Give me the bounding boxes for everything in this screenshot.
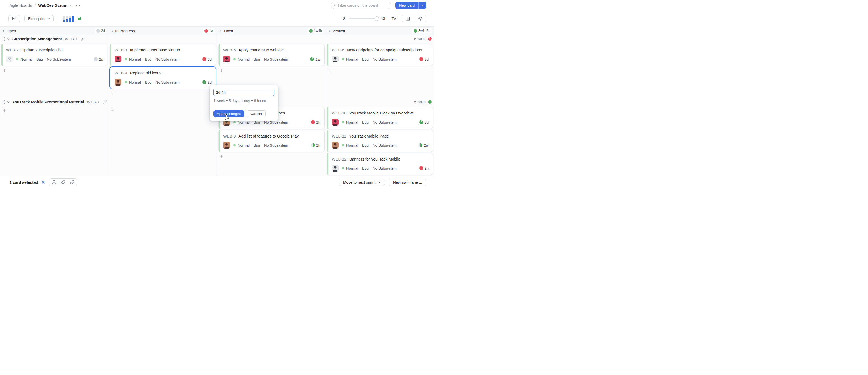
issue-card[interactable]: WEB-3 Implement user base signup Normal … bbox=[110, 44, 216, 66]
priority-field[interactable]: Normal bbox=[346, 143, 358, 148]
card-id[interactable]: WEB-11 bbox=[332, 134, 346, 138]
issue-card[interactable]: WEB-6 New endpoints for campaign subscri… bbox=[327, 44, 433, 66]
subsystem-field[interactable]: No Subsystem bbox=[373, 120, 397, 124]
column-collapse-button[interactable]: ‹ bbox=[220, 28, 221, 33]
issue-card[interactable]: WEB-9 Add list of features to Google Pla… bbox=[219, 130, 324, 152]
backlog-button[interactable] bbox=[8, 15, 20, 23]
subsystem-field[interactable]: No Subsystem bbox=[155, 80, 180, 84]
move-to-next-sprint-select[interactable]: Move to next sprint bbox=[339, 179, 385, 186]
assign-user-button[interactable] bbox=[50, 180, 59, 185]
drag-handle-icon[interactable] bbox=[2, 100, 5, 104]
card-id[interactable]: WEB-5 bbox=[223, 48, 236, 52]
add-card-button[interactable]: + bbox=[328, 67, 334, 73]
priority-field[interactable]: Normal bbox=[238, 57, 250, 61]
add-card-button[interactable]: + bbox=[111, 90, 117, 96]
issue-card[interactable]: WEB-4 Replace old icons Normal Bug No Su… bbox=[110, 67, 216, 89]
swimlane-issue-id[interactable]: WEB-1 bbox=[65, 37, 77, 41]
new-card-dropdown-button[interactable] bbox=[418, 2, 426, 9]
priority-field[interactable]: Normal bbox=[129, 80, 141, 84]
swimlane-issue-id[interactable]: WEB-7 bbox=[87, 100, 99, 104]
subsystem-field[interactable]: No Subsystem bbox=[373, 57, 397, 61]
card-id[interactable]: WEB-10 bbox=[332, 111, 346, 115]
tv-mode-button[interactable]: TV bbox=[391, 17, 396, 21]
card-id[interactable]: WEB-9 bbox=[223, 134, 236, 138]
type-field[interactable]: Bug bbox=[253, 57, 260, 61]
add-card-button[interactable]: + bbox=[220, 153, 225, 159]
subsystem-field[interactable]: No Subsystem bbox=[47, 57, 71, 61]
card-id[interactable]: WEB-3 bbox=[115, 48, 127, 52]
card-title[interactable]: YouTrack Mobile Page bbox=[349, 134, 389, 138]
column-collapse-button[interactable]: ‹ bbox=[112, 28, 113, 33]
card-id[interactable]: WEB-2 bbox=[6, 48, 19, 52]
priority-field[interactable]: Normal bbox=[346, 57, 358, 61]
column-collapse-button[interactable]: ‹ bbox=[329, 28, 330, 33]
column-collapse-button[interactable]: ‹ bbox=[3, 28, 4, 33]
priority-field[interactable]: Normal bbox=[238, 143, 250, 148]
issue-card[interactable]: WEB-2 Update subscription list Normal Bu… bbox=[1, 44, 107, 66]
edit-pencil-icon[interactable] bbox=[103, 100, 107, 104]
type-field[interactable]: Bug bbox=[362, 166, 369, 170]
add-tag-button[interactable] bbox=[59, 180, 68, 185]
card-id[interactable]: WEB-12 bbox=[332, 157, 346, 161]
link-issues-button[interactable] bbox=[68, 180, 77, 185]
sprint-selector[interactable]: First sprint bbox=[25, 15, 54, 23]
estimation-input[interactable] bbox=[213, 89, 274, 96]
card-id[interactable]: WEB-4 bbox=[115, 71, 127, 75]
edit-pencil-icon[interactable] bbox=[81, 37, 85, 41]
type-field[interactable]: Bug bbox=[362, 143, 369, 148]
swimlane-title[interactable]: YouTrack Mobile Promotional Material bbox=[12, 100, 84, 104]
assignee-avatar[interactable] bbox=[6, 56, 13, 63]
add-card-button[interactable]: + bbox=[220, 67, 225, 73]
chart-view-button[interactable] bbox=[402, 15, 414, 22]
sprint-progress-pie-icon[interactable] bbox=[78, 17, 81, 21]
subsystem-field[interactable]: No Subsystem bbox=[264, 143, 288, 148]
swimlane-collapse-button[interactable] bbox=[7, 38, 10, 40]
card-title[interactable]: Apply changes to website bbox=[239, 48, 284, 52]
issue-card[interactable]: WEB-10 YouTrack Mobile Block on Overview… bbox=[327, 107, 433, 129]
assignee-avatar[interactable] bbox=[332, 165, 339, 171]
issue-card[interactable]: WEB-5 Apply changes to website Normal Bu… bbox=[219, 44, 324, 66]
swimlane-title[interactable]: Subscription Management bbox=[12, 37, 62, 41]
clear-selection-button[interactable]: ✕ bbox=[41, 180, 45, 185]
board-menu-button[interactable]: ⋯ bbox=[76, 3, 81, 8]
assignee-avatar[interactable] bbox=[115, 56, 121, 63]
card-size-slider[interactable] bbox=[349, 18, 379, 19]
board-name-dropdown[interactable]: WebDev Scrum bbox=[38, 3, 72, 8]
issue-card[interactable]: WEB-12 Banners for YouTrack Mobile Norma… bbox=[327, 153, 433, 175]
assignee-avatar[interactable] bbox=[115, 79, 121, 86]
card-id[interactable]: WEB-6 bbox=[332, 48, 344, 52]
subsystem-field[interactable]: No Subsystem bbox=[373, 166, 397, 170]
filter-search-input[interactable] bbox=[338, 3, 388, 7]
type-field[interactable]: Bug bbox=[145, 57, 152, 61]
swimlane-collapse-button[interactable] bbox=[7, 101, 10, 103]
new-swimlane-button[interactable]: New swimlane ... bbox=[389, 179, 426, 186]
priority-field[interactable]: Normal bbox=[129, 57, 141, 61]
card-title[interactable]: Add list of features to Google Play bbox=[239, 134, 299, 138]
assignee-avatar[interactable] bbox=[223, 142, 230, 149]
type-field[interactable]: Bug bbox=[362, 120, 369, 124]
subsystem-field[interactable]: No Subsystem bbox=[264, 57, 288, 61]
priority-field[interactable]: Normal bbox=[346, 120, 358, 124]
assignee-avatar[interactable] bbox=[332, 56, 339, 63]
add-card-button[interactable]: + bbox=[111, 107, 117, 113]
subsystem-field[interactable]: No Subsystem bbox=[373, 143, 397, 148]
card-title[interactable]: Implement user base signup bbox=[130, 48, 180, 52]
card-title[interactable]: New endpoints for campaign subscriptions bbox=[347, 48, 422, 52]
add-card-button[interactable]: + bbox=[3, 107, 8, 113]
add-card-button[interactable]: + bbox=[3, 67, 8, 73]
drag-handle-icon[interactable] bbox=[2, 37, 5, 41]
type-field[interactable]: Bug bbox=[362, 57, 369, 61]
apply-changes-button[interactable]: Apply changes bbox=[213, 110, 244, 117]
card-title[interactable]: Replace old icons bbox=[130, 71, 161, 75]
priority-field[interactable]: Normal bbox=[346, 166, 358, 170]
priority-field[interactable]: Normal bbox=[21, 57, 32, 61]
new-card-button[interactable]: New card bbox=[395, 2, 418, 9]
card-title[interactable]: Banners for YouTrack Mobile bbox=[349, 157, 400, 161]
sprint-progress-chart-icon[interactable] bbox=[63, 16, 74, 22]
assignee-avatar[interactable] bbox=[332, 142, 339, 149]
assignee-avatar[interactable] bbox=[223, 56, 230, 63]
card-title[interactable]: Update subscription list bbox=[21, 48, 63, 52]
filter-search-box[interactable] bbox=[331, 2, 391, 9]
breadcrumb-agile-boards[interactable]: Agile Boards bbox=[9, 3, 32, 8]
card-title[interactable]: YouTrack Mobile Block on Overview bbox=[349, 111, 413, 115]
